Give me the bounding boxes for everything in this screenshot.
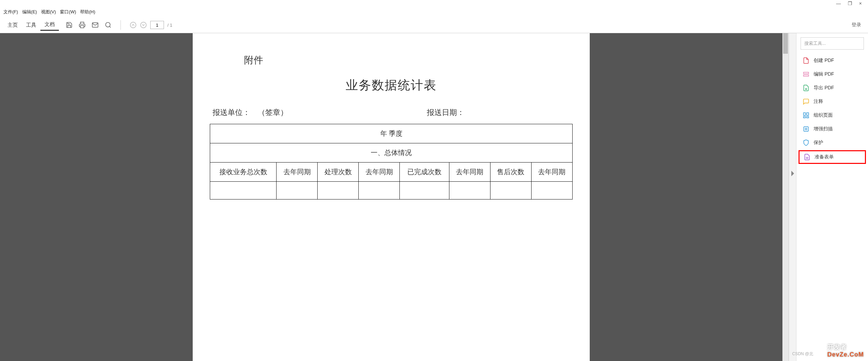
tab-home[interactable]: 主页 [3,20,22,30]
mail-icon[interactable] [92,22,99,28]
signature-label: （签章） [258,108,288,117]
table-row-period: 年 季度 [210,124,573,143]
table-header-cell: 去年同期 [531,163,572,182]
csdn-watermark: CSDN @北 [792,351,813,357]
document-title: 业务数据统计表 [210,77,573,94]
svg-point-14 [805,128,807,130]
table-header-cell: 处理次数 [318,163,359,182]
brand-watermark: 开发者 DevZe.CoM [827,343,864,358]
svg-point-5 [141,22,146,28]
toolbar: 主页 工具 文档 / 1 登录 [0,17,868,33]
edit-pdf-icon [803,71,809,78]
minimize-button[interactable]: — [833,1,844,6]
window-controls: — ❐ × [0,0,868,7]
svg-rect-12 [807,116,809,118]
table-row-overview: 一、总体情况 [210,143,573,163]
table-header-cell: 去年同期 [449,163,490,182]
table-cell [490,182,531,199]
save-icon[interactable] [66,22,73,28]
restore-button[interactable]: ❐ [844,1,856,6]
svg-point-2 [106,23,110,27]
report-unit-label: 报送单位： [213,108,250,117]
page-number-input[interactable] [150,21,164,29]
table-header-cell: 售后次数 [490,163,531,182]
vertical-scrollbar[interactable] [782,33,789,361]
menu-file[interactable]: 文件(F) [2,8,20,16]
main-area: 附件 业务数据统计表 报送单位： （签章） 报送日期： 年 季度 一、总体情况 … [0,33,868,361]
tool-label: 编辑 PDF [814,71,834,77]
report-date-label: 报送日期： [427,108,464,117]
menu-window[interactable]: 窗口(W) [59,8,77,16]
tool-label: 保护 [814,140,823,146]
create-pdf-icon [803,57,809,64]
tool-edit-pdf[interactable]: 编辑 PDF [796,67,868,81]
search-tools-input[interactable]: 搜索工具... [801,37,864,50]
svg-rect-7 [804,72,809,74]
collapse-panel-icon[interactable] [791,170,795,177]
attachment-label: 附件 [244,54,573,67]
svg-point-4 [130,22,136,28]
statistics-table: 年 季度 一、总体情况 接收业务总次数 去年同期 处理次数 去年同期 已完成次数… [210,124,573,199]
report-meta-line: 报送单位： （签章） 报送日期： [210,107,573,118]
search-icon[interactable] [105,22,112,28]
tool-organize-pages[interactable]: 组织页面 [796,108,868,122]
toolbar-divider [120,20,121,30]
menubar: 文件(F) 编辑(E) 视图(V) 窗口(W) 帮助(H) [0,7,868,17]
table-header-cell: 接收业务总次数 [210,163,277,182]
print-icon[interactable] [79,22,86,28]
tool-label: 组织页面 [814,112,833,118]
comment-icon [803,98,809,105]
pdf-page: 附件 业务数据统计表 报送单位： （签章） 报送日期： 年 季度 一、总体情况 … [193,33,590,361]
table-cell [210,182,277,199]
menu-view[interactable]: 视图(V) [40,8,57,16]
table-cell [400,182,449,199]
table-header-cell: 已完成次数 [400,163,449,182]
svg-rect-8 [804,75,809,76]
page-down-icon[interactable] [140,22,147,28]
table-cell [449,182,490,199]
tool-list: 创建 PDF 编辑 PDF 导出 PDF 注释 [796,54,868,164]
scrollbar-thumb[interactable] [783,33,788,54]
menu-edit[interactable]: 编辑(E) [21,8,38,16]
close-button[interactable]: × [856,1,865,6]
tool-export-pdf[interactable]: 导出 PDF [796,81,868,95]
table-cell [318,182,359,199]
table-cell [277,182,318,199]
svg-rect-13 [804,127,808,131]
shield-icon [803,139,809,146]
tab-tools[interactable]: 工具 [22,20,40,30]
table-cell [531,182,572,199]
organize-icon [803,112,809,119]
tab-document[interactable]: 文档 [40,19,59,31]
tool-create-pdf[interactable]: 创建 PDF [796,54,868,67]
tool-protect[interactable]: 保护 [796,136,868,150]
export-pdf-icon [803,85,809,91]
document-canvas[interactable]: 附件 业务数据统计表 报送单位： （签章） 报送日期： 年 季度 一、总体情况 … [0,33,782,361]
side-collapse-bar [789,33,796,361]
tool-label: 创建 PDF [814,57,834,64]
table-header-row: 接收业务总次数 去年同期 处理次数 去年同期 已完成次数 去年同期 售后次数 去… [210,163,573,182]
tool-label: 注释 [814,99,823,105]
svg-rect-0 [80,26,84,28]
tool-comment[interactable]: 注释 [796,95,868,108]
tool-label: 增强扫描 [814,126,833,132]
table-cell [359,182,400,199]
page-up-icon[interactable] [130,22,137,28]
svg-line-3 [110,26,111,28]
table-header-cell: 去年同期 [359,163,400,182]
table-data-row [210,182,573,199]
tool-label: 导出 PDF [814,85,834,91]
tools-panel: 搜索工具... 创建 PDF 编辑 PDF 导出 PDF [796,33,868,361]
tool-prepare-form[interactable]: 准备表单 [799,150,866,164]
menu-help[interactable]: 帮助(H) [79,8,97,16]
form-icon [804,154,810,160]
svg-rect-11 [804,116,806,118]
login-link[interactable]: 登录 [852,22,861,28]
svg-marker-6 [791,171,794,176]
page-total-label: / 1 [167,23,172,28]
table-header-cell: 去年同期 [277,163,318,182]
tool-enhance-scan[interactable]: 增强扫描 [796,122,868,136]
svg-rect-10 [807,113,809,116]
page-navigation: / 1 [130,21,172,29]
svg-rect-9 [804,113,806,116]
